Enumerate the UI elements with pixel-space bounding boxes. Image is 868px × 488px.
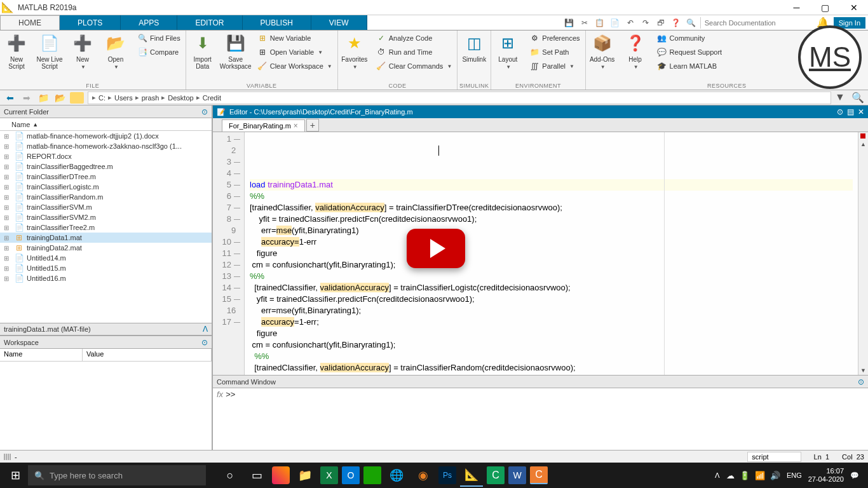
editor-body[interactable]: 1—2 3—4—5—6—7—8—9 10—11—12—13—14—15—16 1… [213,132,868,375]
close-tab-icon[interactable]: × [294,121,298,130]
tray-expand-icon[interactable]: ᐱ [715,471,720,480]
compare-button[interactable]: 📑Compare [135,46,183,58]
preview-expand-icon[interactable]: ᐱ [203,325,208,334]
clear-commands-button[interactable]: 🧹Clear Commands ▼ [374,60,455,72]
favorites-button[interactable]: ★Favorites▼ [338,30,371,73]
analyze-code-button[interactable]: ✓Analyze Code [374,32,455,44]
file-row[interactable]: ⊞📄REPORT.docx [0,151,212,161]
command-window-body[interactable]: fx >> [213,388,868,450]
learn-matlab-button[interactable]: 🎓Learn MATLAB [654,60,725,72]
file-row[interactable]: ⊞📄matlab-finance-homework-dtjjuip2 (1).d… [0,131,212,141]
new-script-button[interactable]: ➕New Script [0,30,33,72]
editor-close-icon[interactable]: ✕ [858,107,864,116]
redo-icon[interactable]: ↷ [639,17,652,29]
video-play-button[interactable] [407,229,465,268]
addons-button[interactable]: 📦Add-Ons▼ [586,30,619,73]
file-row[interactable]: ⊞📄Untitled14.m [0,253,212,263]
browse-folder-button[interactable]: 📂 [53,92,66,104]
language-indicator[interactable]: ENG [787,471,802,479]
file-row[interactable]: ⊞📄Untitled15.m [0,263,212,273]
editor-undock-icon[interactable]: ▤ [847,107,854,116]
onedrive-icon[interactable]: ☁ [726,471,735,480]
breadcrumb[interactable]: ▸C: ▸Users ▸prash ▸Desktop ▸Credit [88,92,831,104]
search-documentation-input[interactable] [700,17,815,29]
file-row[interactable]: ⊞📄trainClassifierDTree.m [0,172,212,182]
start-button[interactable]: ⊞ [3,463,28,488]
app-icon[interactable]: ◉ [412,464,435,487]
import-data-button[interactable]: ⬇Import Data [186,30,219,72]
app-green-icon[interactable]: C [487,466,505,484]
forward-button[interactable]: ➡ [20,92,33,104]
close-button[interactable]: ✕ [839,0,868,15]
workspace-columns[interactable]: Name Value [0,349,212,362]
new-variable-button[interactable]: ⊞New Variable [255,32,335,44]
current-folder-menu-icon[interactable]: ⊙ [201,107,208,116]
file-row[interactable]: ⊞📄trainClassifierSVM.m [0,202,212,212]
file-row[interactable]: ⊞📄trainClassifierLogistc.m [0,182,212,192]
preferences-button[interactable]: ⚙Preferences [527,32,582,44]
save-icon[interactable]: 💾 [563,17,576,29]
new-button[interactable]: ➕New▼ [66,30,99,73]
request-support-button[interactable]: 💬Request Support [654,46,725,58]
path-dropdown-button[interactable]: ▼ [835,92,848,104]
clear-workspace-button[interactable]: 🧹Clear Workspace ▼ [255,60,335,72]
tab-plots[interactable]: PLOTS [60,15,121,30]
up-folder-button[interactable]: 📁 [37,92,50,104]
action-center-icon[interactable]: 💬 [850,471,859,480]
file-row[interactable]: ⊞📄trainClassifierTree2.m [0,222,212,233]
tab-apps[interactable]: APPS [121,15,177,30]
cut-icon[interactable]: ✂ [578,17,591,29]
tab-publish[interactable]: PUBLISH [243,15,311,30]
run-and-time-button[interactable]: ⏱Run and Time [374,46,455,58]
file-row[interactable]: ⊞📄trainClassifierBaggedtree.m [0,161,212,172]
file-row[interactable]: ⊞⊞trainingData1.mat [0,233,212,243]
maximize-button[interactable]: ▢ [811,0,839,15]
tab-home[interactable]: HOME [0,15,60,30]
new-live-script-button[interactable]: 📄New Live Script [33,30,66,72]
tab-editor[interactable]: EDITOR [177,15,242,30]
editor-menu-icon[interactable]: ⊙ [837,107,843,116]
open-variable-button[interactable]: ⊞Open Variable ▼ [255,46,335,58]
switch-windows-icon[interactable]: 🗗 [654,17,667,29]
outlook-icon[interactable]: O [342,466,360,484]
task-view-icon[interactable]: ▭ [245,464,268,487]
paste-icon[interactable]: 📄 [609,17,621,29]
minimize-button[interactable]: ─ [782,0,811,15]
file-list-header[interactable]: Name ▲ [0,118,212,131]
command-window-menu-icon[interactable]: ⊙ [858,377,864,386]
search-icon[interactable]: 🔍 [685,17,698,29]
editor-tab[interactable]: For_BinaryRating.m × [222,119,305,132]
community-button[interactable]: 👥Community [654,32,725,44]
file-row[interactable]: ⊞📄trainClassifierSVM2.m [0,212,212,222]
find-files-button[interactable]: 🔍Find Files [135,32,183,44]
file-row[interactable]: ⊞⊞trainingData2.mat [0,243,212,253]
file-row[interactable]: ⊞📄trainClassifierRandom.m [0,192,212,202]
photoshop-icon[interactable]: Ps [438,466,456,484]
new-editor-tab-button[interactable]: + [306,119,319,132]
save-workspace-button[interactable]: 💾Save Workspace [219,30,252,72]
editor-scrollbar[interactable]: ▲ ▼ [858,132,868,375]
battery-icon[interactable]: 🔋 [740,471,750,480]
taskbar-clock[interactable]: 16:07 27-04-2020 [808,467,844,484]
excel-icon[interactable]: X [320,466,338,484]
back-button[interactable]: ⬅ [4,92,17,104]
tab-view[interactable]: VIEW [311,15,367,30]
volume-icon[interactable]: 🔊 [770,471,780,480]
cortana-icon[interactable]: ○ [219,464,241,487]
set-path-button[interactable]: 📁Set Path [527,46,582,58]
wifi-icon[interactable]: 📶 [755,471,765,480]
taskbar-search[interactable]: 🔍 Type here to search [28,465,206,485]
chrome-icon[interactable]: 🌐 [385,464,408,487]
copy-icon[interactable]: 📋 [593,17,606,29]
help-icon[interactable]: ❓ [670,17,682,29]
undo-icon[interactable]: ↶ [624,17,637,29]
camtasia-icon[interactable]: C [530,466,548,484]
file-explorer-icon[interactable]: 📁 [294,464,316,487]
file-row[interactable]: ⊞📄Untitled16.m [0,273,212,283]
parallel-button[interactable]: ∭Parallel ▼ [527,60,582,72]
help-button[interactable]: ❓Help▼ [619,30,652,73]
libreoffice-icon[interactable] [363,466,381,484]
search-path-icon[interactable]: 🔍 [851,92,864,104]
file-list[interactable]: ⊞📄matlab-finance-homework-dtjjuip2 (1).d… [0,131,212,323]
layout-button[interactable]: ⊞Layout▼ [491,30,524,73]
